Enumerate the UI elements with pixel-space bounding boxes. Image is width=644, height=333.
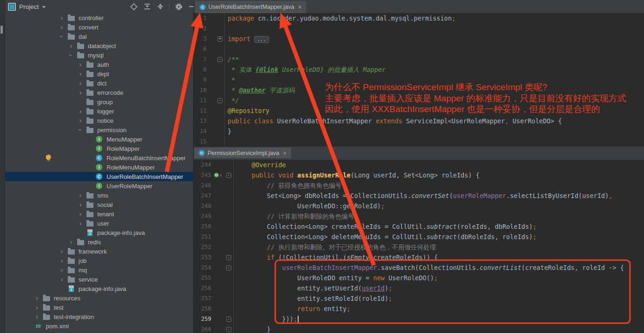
fold-marker-icon[interactable]: - xyxy=(217,57,222,62)
tree-row-userrolebatchinsertmapper[interactable]: CUserRoleBatchInsertMapper xyxy=(0,172,193,181)
tree-chevron-icon[interactable]: › xyxy=(57,14,66,21)
collapse-all-icon[interactable] xyxy=(156,3,164,11)
line-number[interactable]: 258 xyxy=(193,304,214,314)
tree-row-resources[interactable]: ›resources xyxy=(0,293,193,303)
tree-row-group[interactable]: group xyxy=(0,97,193,106)
tree-row-social[interactable]: ›social xyxy=(0,200,193,209)
tree-row-dept[interactable]: ›dept xyxy=(0,69,193,78)
tree-chevron-icon[interactable]: › xyxy=(76,192,85,198)
tree-row-tenant[interactable]: ›tenant xyxy=(0,209,193,219)
tree-row-auth[interactable]: ›auth xyxy=(0,60,193,69)
fold-marker-icon[interactable]: - xyxy=(226,327,231,332)
tree-chevron-icon[interactable]: › xyxy=(76,80,85,86)
code-line-253[interactable]: 253- if (!CollectionUtil.isEmpty(createR… xyxy=(193,252,644,262)
tree-chevron-icon[interactable]: › xyxy=(32,295,42,301)
line-number[interactable]: 252 xyxy=(193,242,214,252)
line-number[interactable]: 251 xyxy=(193,232,214,242)
code-line-247[interactable]: 247 Set<Long> dbRoleIds = CollectionUtil… xyxy=(193,191,644,201)
code-line-256[interactable]: 256 entity.setUserId(userId); xyxy=(193,283,644,293)
tree-row-test-integration[interactable]: ›test-integration xyxy=(0,312,193,321)
line-number[interactable]: 6 xyxy=(193,44,209,54)
tab-userrolebatchinsertmapper[interactable]: C UserRoleBatchInsertMapper.java × xyxy=(195,1,306,13)
tree-chevron-icon[interactable]: › xyxy=(58,32,65,41)
line-number[interactable]: 257 xyxy=(193,293,214,304)
line-number[interactable]: 12 xyxy=(193,106,209,116)
tree-chevron-icon[interactable]: › xyxy=(57,267,66,273)
line-number[interactable]: 248 xyxy=(193,201,214,211)
code-line-13[interactable]: 13public class UserRoleBatchInsertMapper… xyxy=(193,116,644,126)
line-number[interactable]: 1 xyxy=(193,13,209,23)
tree-chevron-icon[interactable]: › xyxy=(32,313,42,320)
code-line-257[interactable]: 257 entity.setRoleId(roleId); xyxy=(193,293,644,304)
tree-row-pom-xml[interactable]: mpom.xml xyxy=(0,321,193,331)
settings-icon[interactable] xyxy=(175,3,183,11)
code-line-258[interactable]: 258 return entity; xyxy=(193,304,644,314)
code-line-14[interactable]: 14} xyxy=(193,126,644,136)
code-line-260[interactable]: 260- } xyxy=(193,324,644,333)
line-number[interactable]: 254 xyxy=(193,262,214,273)
tree-chevron-icon[interactable]: › xyxy=(76,108,85,114)
line-number[interactable]: 10 xyxy=(193,85,209,95)
tree-chevron-icon[interactable]: › xyxy=(32,304,42,311)
tree-chevron-icon[interactable]: › xyxy=(76,220,85,227)
tree-row-rolemapper[interactable]: IRoleMapper xyxy=(0,144,193,153)
line-number[interactable]: 3 xyxy=(193,34,209,44)
tree-row-dict[interactable]: ›dict xyxy=(0,78,193,88)
tree-row-userrolemapper[interactable]: IUserRoleMapper xyxy=(0,181,193,191)
line-number[interactable]: 244 xyxy=(193,160,214,170)
tree-chevron-icon[interactable]: › xyxy=(66,239,76,245)
editor-top[interactable]: 1package cn.iocoder.yudao.module.system.… xyxy=(193,13,644,147)
line-number[interactable]: 13 xyxy=(193,116,209,126)
line-number[interactable]: 255 xyxy=(193,273,214,283)
tree-chevron-icon[interactable]: › xyxy=(57,248,66,255)
intention-bulb-icon[interactable] xyxy=(46,155,51,160)
code-line-250[interactable]: 250 Collection<Long> createRoleIds = Col… xyxy=(193,221,644,232)
tree-row-logger[interactable]: ›logger xyxy=(0,106,193,116)
tree-row-test[interactable]: ›test xyxy=(0,303,193,312)
line-number[interactable]: 14 xyxy=(193,126,209,136)
locate-icon[interactable] xyxy=(130,3,138,11)
line-number[interactable]: 15 xyxy=(193,136,209,147)
line-number[interactable]: 9 xyxy=(193,75,209,85)
code-line-251[interactable]: 251 Collection<Long> deleteMenuIds = Col… xyxy=(193,232,644,242)
code-line-15[interactable]: 15 xyxy=(193,136,644,147)
line-number[interactable]: 11 xyxy=(193,95,209,106)
editor-bottom[interactable]: 244 @Override245O↑- public void assignUs… xyxy=(193,160,644,333)
tree-row-rolemenubatchinsertmapper[interactable]: CRoleMenuBatchInsertMapper xyxy=(0,153,193,163)
tree-row-redis[interactable]: ›redis xyxy=(0,237,193,247)
tab-permissionserviceimpl[interactable]: C PermissionServiceImpl.java × xyxy=(194,148,291,158)
tree-row-errorcode[interactable]: ›errorcode xyxy=(0,88,193,97)
line-number[interactable]: 250 xyxy=(193,221,214,232)
code-line-246[interactable]: 246 // 获得角色拥有角色编号 xyxy=(193,180,644,191)
tree-chevron-icon[interactable]: › xyxy=(76,71,85,77)
tree-chevron-icon[interactable]: › xyxy=(57,257,66,264)
fold-marker-icon[interactable]: - xyxy=(226,317,231,322)
tree-chevron-icon[interactable]: › xyxy=(57,24,66,30)
code-line-259[interactable]: 259- })); xyxy=(193,314,644,324)
code-line-252[interactable]: 252 // 执行新增和删除。对于已经授权的角色，不用做任何处理 xyxy=(193,242,644,252)
tree-row-package-info-java[interactable]: package-info.java xyxy=(0,228,193,237)
close-icon[interactable]: × xyxy=(298,4,301,10)
close-icon[interactable]: × xyxy=(283,150,287,156)
code-line-2[interactable]: 2 xyxy=(193,23,644,34)
tree-row-job[interactable]: ›job xyxy=(0,256,193,265)
tree-row-notice[interactable]: ›notice xyxy=(0,116,193,125)
code-line-255[interactable]: 255 UserRoleDO entity = new UserRoleDO()… xyxy=(193,273,644,283)
line-number[interactable]: 246 xyxy=(193,180,214,191)
tree-chevron-icon[interactable]: › xyxy=(68,50,74,60)
line-number[interactable]: 247 xyxy=(193,191,214,201)
code-line-254[interactable]: 254- userRoleBatchInsertMapper.saveBatch… xyxy=(193,262,644,273)
code-line-244[interactable]: 244 @Override xyxy=(193,160,644,170)
override-method-icon[interactable]: O xyxy=(214,173,219,177)
line-number[interactable]: 256 xyxy=(193,283,214,293)
code-line-3[interactable]: 3+import ... xyxy=(193,34,644,44)
fold-marker-icon[interactable]: - xyxy=(226,265,231,270)
code-line-6[interactable]: 6 xyxy=(193,44,644,54)
tree-row-dal[interactable]: ›dal xyxy=(0,32,193,41)
line-number[interactable]: 2 xyxy=(193,23,209,34)
tree-row-permission[interactable]: ›permission xyxy=(0,125,193,135)
code-line-8[interactable]: 8 * 实体 {@link UserRoleDO} 的批量插入 Mapper xyxy=(193,64,644,75)
dropdown-caret-icon[interactable] xyxy=(42,6,46,8)
tree-chevron-icon[interactable]: › xyxy=(76,89,85,96)
code-line-248[interactable]: 248 UserRoleDO::getRoleId); xyxy=(193,201,644,211)
